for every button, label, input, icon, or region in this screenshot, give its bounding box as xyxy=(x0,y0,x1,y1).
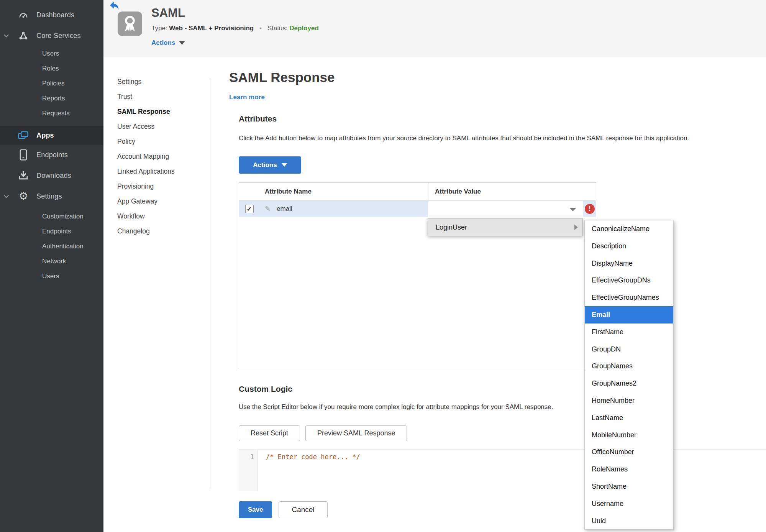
editor-code[interactable]: /* Enter code here... */ xyxy=(258,450,360,491)
subnav-item-policy[interactable]: Policy xyxy=(117,134,205,149)
subnav-item-trust[interactable]: Trust xyxy=(117,89,205,104)
row-error-zone: ! xyxy=(583,204,596,214)
subnav-item-account-mapping[interactable]: Account Mapping xyxy=(117,149,205,164)
chevron-down-icon xyxy=(179,41,185,45)
sidebar-item-apps[interactable]: Apps xyxy=(0,126,103,144)
submenu-item[interactable]: Description xyxy=(585,238,673,255)
submenu-item[interactable]: EffectiveGroupDNs xyxy=(585,272,673,289)
script-editor[interactable]: 1 /* Enter code here... */ xyxy=(239,450,766,491)
chevron-down-icon xyxy=(570,208,576,211)
sidebar-item-roles[interactable]: Roles xyxy=(0,61,103,76)
submenu-arrow-icon xyxy=(574,225,578,230)
submenu-item[interactable]: RoleNames xyxy=(585,461,673,478)
sidebar-item-authentication[interactable]: Authentication xyxy=(0,239,103,254)
error-icon: ! xyxy=(585,204,595,214)
submenu-item[interactable]: CanonicalizeName xyxy=(585,220,673,238)
dashboard-gauge-icon xyxy=(17,10,30,20)
table-header-row: Attribute Name Attribute Value xyxy=(239,183,596,201)
submenu-item[interactable]: GroupNames xyxy=(585,358,673,375)
sidebar-item-network[interactable]: Network xyxy=(0,254,103,269)
sidebar-item-core-services[interactable]: Core Services xyxy=(0,25,103,46)
attributes-actions-button[interactable]: Actions xyxy=(239,156,301,174)
submenu-item[interactable]: OfficeNumber xyxy=(585,443,673,461)
page-title: SAML Response xyxy=(229,70,335,85)
submenu-item[interactable]: FirstName xyxy=(585,323,673,341)
submenu-item[interactable]: MobileNumber xyxy=(585,427,673,444)
sidebar-item-reports[interactable]: Reports xyxy=(0,91,103,106)
table-row: ✓ ✎ email ! xyxy=(239,201,596,217)
attributes-description: Click the Add button below to map attrib… xyxy=(239,135,733,142)
status-badge: Deployed xyxy=(289,25,319,32)
sidebar-item-customization[interactable]: Customization xyxy=(0,209,103,224)
submenu-item[interactable]: GroupNames2 xyxy=(585,375,673,392)
attribute-value-dropdown[interactable] xyxy=(428,201,583,217)
preview-saml-response-button[interactable]: Preview SAML Response xyxy=(305,425,407,441)
learn-more-link[interactable]: Learn more xyxy=(229,94,265,101)
row-checkbox[interactable]: ✓ xyxy=(245,205,254,213)
attributes-table: Attribute Name Attribute Value ✓ ✎ email xyxy=(239,182,596,369)
submenu-item[interactable]: Username xyxy=(585,495,673,512)
editor-line-number: 1 xyxy=(239,450,258,491)
submenu-item[interactable]: EffectiveGroupNames xyxy=(585,289,673,306)
sidebar-item-users[interactable]: Users xyxy=(0,46,103,61)
sidebar-item-dashboards[interactable]: Dashboards xyxy=(0,5,103,25)
sidebar-item-label: Downloads xyxy=(36,172,71,180)
save-button[interactable]: Save xyxy=(239,501,272,518)
menu-item-loginuser[interactable]: LoginUser xyxy=(428,223,467,232)
sidebar-item-requests[interactable]: Requests xyxy=(0,106,103,121)
subnav-item-app-gateway[interactable]: App Gateway xyxy=(117,194,205,209)
sidebar-item-settings-users[interactable]: Users xyxy=(0,269,103,284)
core-services-icon xyxy=(17,31,30,41)
submenu-item[interactable]: ShortName xyxy=(585,478,673,495)
attribute-name-column-header: Attribute Name xyxy=(259,183,428,200)
chevron-down-icon xyxy=(4,193,9,198)
sidebar-item-downloads[interactable]: Downloads xyxy=(0,165,103,186)
app-actions-menu[interactable]: Actions xyxy=(151,39,185,47)
subnav-item-saml-response[interactable]: SAML Response xyxy=(117,104,205,119)
sidebar-item-label: Settings xyxy=(36,192,62,200)
subnav-item-linked-applications[interactable]: Linked Applications xyxy=(117,164,205,179)
download-icon xyxy=(17,170,30,181)
attribute-name-cell: ✎ email xyxy=(259,201,428,217)
sidebar-item-endpoints[interactable]: Endpoints xyxy=(0,144,103,165)
app-meta: Type: Web - SAML + Provisioning • Status… xyxy=(151,25,319,32)
app-subnav: Settings Trust SAML Response User Access… xyxy=(117,74,205,239)
actions-button-label: Actions xyxy=(253,161,277,169)
status-label: Status: xyxy=(267,25,288,32)
app-header: SAML Type: Web - SAML + Provisioning • S… xyxy=(103,0,766,57)
subnav-item-settings[interactable]: Settings xyxy=(117,74,205,89)
sidebar-item-label: Endpoints xyxy=(36,151,68,159)
custom-logic-buttons: Reset Script Preview SAML Response xyxy=(239,425,407,441)
submenu-item-email-selected[interactable]: Email xyxy=(585,306,673,323)
submenu-item[interactable]: LastName xyxy=(585,409,673,427)
attribute-name-value: email xyxy=(277,205,292,213)
sidebar: Dashboards Core Services Users Roles Pol… xyxy=(0,0,103,532)
submenu-item[interactable]: DisplayName xyxy=(585,255,673,272)
value-dropdown-submenu: CanonicalizeName Description DisplayName… xyxy=(584,220,674,530)
submenu-item[interactable]: GroupDN xyxy=(585,341,673,358)
app-actions-label: Actions xyxy=(151,39,175,47)
subnav-item-workflow[interactable]: Workflow xyxy=(117,209,205,224)
type-value: Web - SAML + Provisioning xyxy=(169,25,254,32)
meta-separator: • xyxy=(259,25,262,32)
subnav-item-provisioning[interactable]: Provisioning xyxy=(117,179,205,194)
main-content: SAML Response Learn more Attributes Clic… xyxy=(229,65,766,532)
subnav-item-changelog[interactable]: Changelog xyxy=(117,224,205,239)
select-column-header xyxy=(239,183,259,200)
sidebar-item-settings-endpoints[interactable]: Endpoints xyxy=(0,224,103,239)
subnav-divider xyxy=(210,78,210,489)
reset-script-button[interactable]: Reset Script xyxy=(239,425,300,441)
cancel-button[interactable]: Cancel xyxy=(279,501,328,518)
back-icon[interactable] xyxy=(110,1,120,10)
submenu-item[interactable]: Uuid xyxy=(585,512,673,530)
sidebar-item-policies[interactable]: Policies xyxy=(0,76,103,91)
edit-pencil-icon[interactable]: ✎ xyxy=(265,205,271,213)
sidebar-item-settings[interactable]: ⚙ Settings xyxy=(0,186,103,207)
value-dropdown-menu[interactable]: LoginUser xyxy=(428,218,583,236)
custom-logic-heading: Custom Logic xyxy=(239,384,292,394)
attributes-heading: Attributes xyxy=(239,114,277,123)
app-logo-icon xyxy=(118,11,142,36)
sidebar-item-label: Core Services xyxy=(36,32,81,40)
subnav-item-user-access[interactable]: User Access xyxy=(117,119,205,134)
submenu-item[interactable]: HomeNumber xyxy=(585,392,673,409)
